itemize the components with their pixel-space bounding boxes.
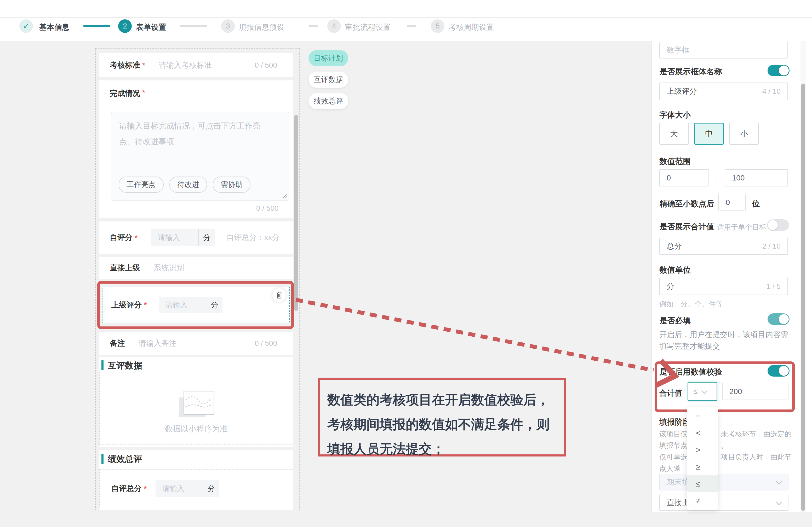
completion-placeholder-line1: 请输入目标完成情况，可点击下方工作亮 [119,121,260,131]
panel-scrollbar-thumb[interactable] [801,84,805,511]
title-name-placeholder: 数字框 [667,45,690,55]
section-accent-bar [101,360,103,370]
leader-score-input[interactable]: 请输入 分 [159,297,222,313]
show-total-label: 是否展示合计值 [659,222,714,232]
operator-option-gte[interactable]: ≥ [687,458,718,475]
chevron-down-icon [775,499,782,505]
total-name-input[interactable]: 总分 2 / 10 [659,238,788,255]
overall-score-unit: 分 [203,484,219,494]
operator-option-eq[interactable]: = [687,407,718,424]
unit-input[interactable]: 分 1 / 5 [659,278,788,295]
range-separator: - [715,174,718,182]
precision-input[interactable]: 0 [719,194,745,211]
tag-need-help-button[interactable]: 需协助 [213,177,250,193]
range-min-value: 0 [667,174,671,182]
tag-to-improve-button[interactable]: 待改进 [170,177,207,193]
show-total-toggle[interactable] [767,220,789,231]
chevron-down-icon [701,388,708,394]
range-min-input[interactable]: 0 [659,169,709,186]
leader-score-label: 上级评分 [111,300,142,310]
step-4-number: 4 [332,22,336,30]
required-toggle[interactable] [768,313,789,325]
assess-standard-label: 考核标准 [110,60,140,71]
font-size-medium-button[interactable]: 中 [694,123,724,145]
toggle-knob [768,220,778,230]
show-total-hint: 适用于单个目标 [717,223,766,232]
chart-placeholder-icon [184,391,214,415]
overall-score-input[interactable]: 请输入 分 [156,480,219,497]
delete-field-button[interactable] [272,288,286,302]
total-name-value: 总分 [667,241,682,252]
threshold-input[interactable]: 200 [722,383,788,400]
required-hint-line1: 开启后，用户在提交时，该项目内容需 [659,330,788,340]
validation-toggle[interactable] [768,365,789,377]
assess-standard-input[interactable]: 请输入考核标准 [159,60,212,71]
remark-input[interactable]: 请输入备注 [139,338,176,349]
completion-counter: 0 / 500 [256,204,279,213]
font-size-large-button[interactable]: 大 [659,123,688,145]
step-2-circle[interactable]: 2 [118,19,132,33]
show-box-name-toggle[interactable] [768,65,789,76]
required-hint-line2: 填写完整才能提交 [659,341,720,351]
self-total-hint: 自评总分：xx分 [227,232,279,243]
chip-overall-review[interactable]: 绩效总评 [308,93,348,109]
stage-hint-1-left: 该项目仅 [659,429,687,439]
step-3-label[interactable]: 填报信息预设 [239,22,285,33]
step-5-circle[interactable]: 5 [431,19,445,33]
self-score-placeholder: 请输入 [151,233,198,243]
required-asterisk: * [144,301,147,310]
toggle-knob [779,314,789,324]
operator-option-neq[interactable]: ≠ [687,492,718,509]
field-remark[interactable]: 备注 请输入备注 0 / 500 [99,332,293,355]
peer-empty-text: 数据以小程序为准 [100,424,293,434]
node-select[interactable]: 直接上 [659,495,788,511]
tag-work-highlight-button[interactable]: 工作亮点 [119,177,164,193]
direct-leader-value: 系统识别 [154,263,184,273]
field-direct-leader[interactable]: 直接上级 系统识别 [99,257,293,279]
operator-select[interactable]: ≤ [687,382,717,401]
step-connector-active [83,25,110,27]
self-score-label: 自评分 [110,232,132,243]
overall-score-placeholder: 请输入 [156,484,203,494]
step-3-number: 3 [226,22,230,30]
completion-textarea[interactable]: 请输入目标完成情况，可点击下方工作亮 点、待改进事项 工作亮点 待改进 需协助 [111,112,289,200]
precision-label: 精确至小数点后 [659,198,714,209]
step-4-circle[interactable]: 4 [327,19,341,33]
completion-label: 完成情况 [110,88,140,99]
field-self-score: 自评分 * 请输入 分 自评总分：xx分 [99,222,293,254]
step-3-circle[interactable]: 3 [221,19,235,33]
step-5-label[interactable]: 考核周期设置 [449,22,494,33]
operator-option-gt[interactable]: > [687,441,718,458]
chip-peer-data[interactable]: 互评数据 [308,72,348,88]
leader-score-placeholder: 请输入 [159,300,206,310]
stage-select-disabled[interactable]: 期末填 [659,474,788,491]
font-size-small-button[interactable]: 小 [729,123,759,145]
form-scrollbar-thumb[interactable] [294,115,298,311]
step-2-label[interactable]: 表单设置 [136,22,166,33]
unit-label: 数值单位 [659,265,691,275]
step-1-label[interactable]: 基本信息 [39,22,70,33]
title-name-input[interactable]: 数字框 [659,42,788,59]
field-leader-score-selected[interactable]: 上级评分 * 请输入 分 [102,287,290,323]
section-accent-bar [101,454,103,464]
precision-value: 0 [726,198,730,207]
box-name-input[interactable]: 上级评分 4 / 10 [659,82,788,100]
resize-handle-icon[interactable] [280,192,287,198]
range-max-input[interactable]: 100 [725,169,788,186]
precision-suffix: 位 [752,198,760,209]
step-1-check-icon[interactable]: ✓ [19,19,33,33]
toggle-knob [779,65,789,75]
operator-option-lt[interactable]: < [687,424,718,441]
stage-hint-3-right: 项目负责人时，由此节 [721,452,792,462]
stage-hint-2-right: 。 [721,441,728,450]
operator-option-lte-selected[interactable]: ≤ [687,475,718,492]
step-2-number: 2 [123,22,127,30]
chip-goal-plan[interactable]: 目标计划 [308,50,348,66]
range-label: 数值范围 [659,156,691,167]
step-connector [180,25,207,27]
self-score-input[interactable]: 请输入 分 [151,229,215,246]
overall-score-label: 自评总分 [111,483,142,494]
step-4-label[interactable]: 审批流程设置 [345,22,391,33]
required-label: 是否必填 [659,315,691,326]
field-assess-standard[interactable]: 考核标准 * 请输入考核标准 0 / 500 [99,53,293,77]
